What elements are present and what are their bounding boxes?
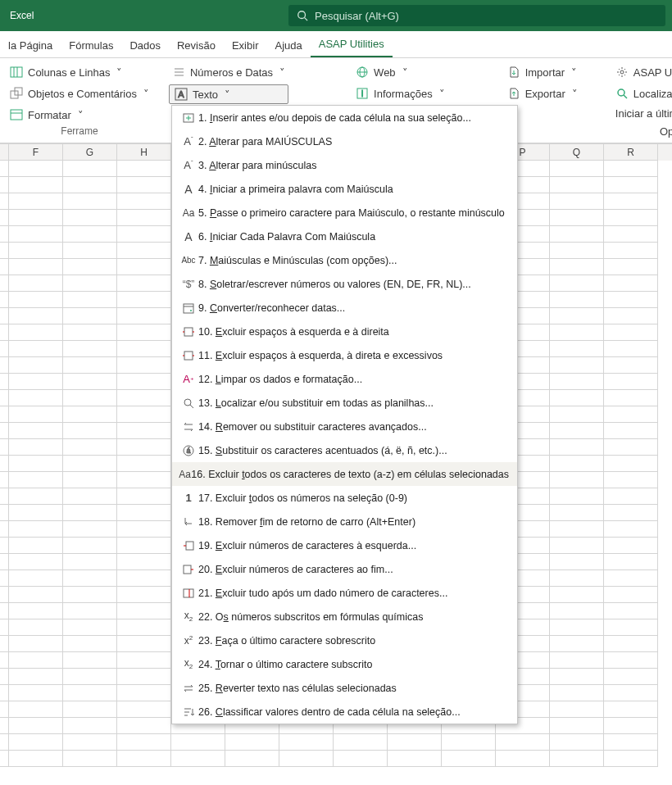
cell[interactable] — [550, 619, 604, 636]
cell[interactable] — [279, 734, 334, 751]
menu-item-11[interactable]: 11. Excluir espaços à esquerda, à direta… — [172, 343, 517, 367]
menu-item-2[interactable]: Aˆ2. Alterar para MAIÚSCULAS — [172, 129, 517, 153]
cell[interactable] — [117, 751, 171, 767]
cell[interactable] — [388, 751, 442, 767]
cell[interactable] — [63, 324, 117, 341]
format-button[interactable]: Formatar ˅ — [7, 106, 152, 124]
cell[interactable] — [117, 275, 171, 292]
cell[interactable] — [604, 751, 658, 767]
cell[interactable] — [171, 751, 225, 767]
menu-item-12[interactable]: A⁺12. Limpar os dados e formatação... — [172, 367, 517, 391]
cell[interactable] — [9, 603, 63, 619]
cell[interactable] — [117, 652, 171, 669]
cell[interactable] — [604, 488, 658, 505]
search-box[interactable]: Pesquisar (Alt+G) — [288, 5, 665, 26]
cell[interactable] — [9, 570, 63, 587]
tab-view[interactable]: Exibir — [224, 34, 267, 57]
cell[interactable] — [0, 308, 9, 324]
cell[interactable] — [550, 243, 604, 259]
cell[interactable] — [604, 406, 658, 423]
cell[interactable] — [63, 177, 117, 193]
cell[interactable] — [442, 734, 496, 751]
cell[interactable] — [0, 406, 9, 423]
cell[interactable] — [9, 357, 63, 374]
cell[interactable] — [550, 472, 604, 488]
cell[interactable] — [0, 275, 9, 292]
menu-item-3[interactable]: Aˇ3. Alterar para minúsculas — [172, 153, 517, 177]
cell[interactable] — [550, 292, 604, 308]
cell[interactable] — [9, 587, 63, 603]
col-header[interactable]: Q — [550, 144, 604, 161]
cell[interactable] — [604, 587, 658, 603]
cell[interactable] — [117, 603, 171, 619]
cell[interactable] — [63, 587, 117, 603]
cell[interactable] — [117, 210, 171, 226]
cell[interactable] — [9, 521, 63, 538]
cell[interactable] — [0, 685, 9, 701]
cell[interactable] — [0, 505, 9, 521]
cell[interactable] — [604, 439, 658, 456]
cell[interactable] — [550, 488, 604, 505]
cell[interactable] — [63, 341, 117, 357]
cell[interactable] — [334, 751, 388, 767]
cell[interactable] — [9, 324, 63, 341]
cell[interactable] — [9, 243, 63, 259]
menu-item-24[interactable]: x224. Tornar o último caractere subscrit… — [172, 652, 517, 676]
cell[interactable] — [0, 652, 9, 669]
cell[interactable] — [117, 357, 171, 374]
cell[interactable] — [63, 439, 117, 456]
cell[interactable] — [117, 193, 171, 210]
cell[interactable] — [63, 161, 117, 177]
cell[interactable] — [117, 226, 171, 243]
cell[interactable] — [9, 193, 63, 210]
cell[interactable] — [604, 472, 658, 488]
cell[interactable] — [225, 751, 279, 767]
cell[interactable] — [63, 488, 117, 505]
cell[interactable] — [9, 259, 63, 275]
cell[interactable] — [604, 718, 658, 734]
cell[interactable] — [604, 210, 658, 226]
cell[interactable] — [9, 226, 63, 243]
cell[interactable] — [63, 570, 117, 587]
cell[interactable] — [388, 734, 442, 751]
cols-rows-button[interactable]: Colunas e Linhas ˅ — [7, 63, 152, 81]
cell[interactable] — [117, 177, 171, 193]
cell[interactable] — [117, 587, 171, 603]
cell[interactable] — [0, 161, 9, 177]
cell[interactable] — [0, 701, 9, 718]
cell[interactable] — [0, 521, 9, 538]
cell[interactable] — [63, 243, 117, 259]
cell[interactable] — [117, 406, 171, 423]
tab-data[interactable]: Dados — [121, 34, 169, 57]
cell[interactable] — [604, 374, 658, 390]
cell[interactable] — [550, 308, 604, 324]
cell[interactable] — [0, 357, 9, 374]
menu-item-4[interactable]: A4. Iniciar a primeira palavra com Maiús… — [172, 177, 517, 201]
cell[interactable] — [550, 685, 604, 701]
cell[interactable] — [550, 538, 604, 554]
cell[interactable] — [0, 472, 9, 488]
tab-review[interactable]: Revisão — [169, 34, 224, 57]
menu-item-14[interactable]: 14. Remover ou substituir caracteres ava… — [172, 415, 517, 438]
cell[interactable] — [550, 718, 604, 734]
cell[interactable] — [0, 570, 9, 587]
cell[interactable] — [0, 636, 9, 652]
cell[interactable] — [117, 390, 171, 406]
col-header[interactable]: H — [117, 144, 171, 161]
col-header[interactable]: G — [63, 144, 117, 161]
web-button[interactable]: Web ˅ — [352, 63, 448, 81]
cell[interactable] — [604, 669, 658, 685]
cell[interactable] — [9, 390, 63, 406]
cell[interactable] — [9, 374, 63, 390]
cell[interactable] — [9, 669, 63, 685]
cell[interactable] — [171, 734, 225, 751]
cell[interactable] — [0, 193, 9, 210]
cell[interactable] — [0, 718, 9, 734]
cell[interactable] — [117, 161, 171, 177]
cell[interactable] — [63, 193, 117, 210]
menu-item-25[interactable]: 25. Reverter texto nas células seleciona… — [172, 676, 517, 700]
cell[interactable] — [550, 456, 604, 472]
cell[interactable] — [9, 636, 63, 652]
cell[interactable] — [9, 423, 63, 439]
cell[interactable] — [117, 456, 171, 472]
